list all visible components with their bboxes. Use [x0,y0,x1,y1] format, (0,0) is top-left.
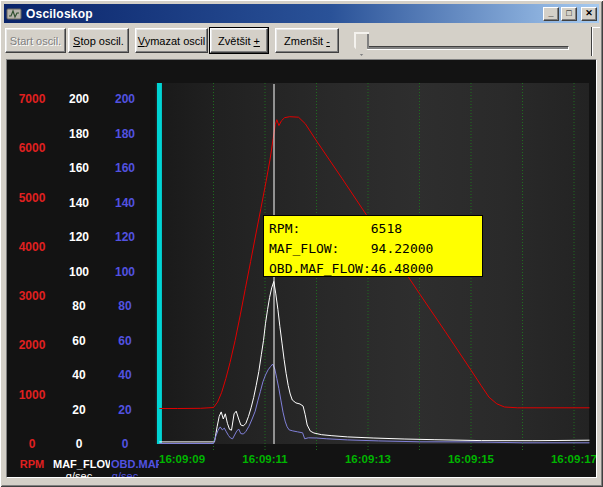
y-tick-OBD.MAF_FLOW: 140 [109,196,141,210]
y-tick-RPM: 0 [17,437,47,451]
minimize-button[interactable]: _ [543,7,559,21]
window-title: Osciloskop [26,7,541,21]
maf-axis-label: MAF_FLOW [53,458,110,470]
y-tick-OBD.MAF_FLOW: 100 [109,265,141,279]
maximize-button[interactable]: □ [561,7,577,21]
tooltip-line-maf: MAF_FLOW: 94.22000 [269,239,482,259]
obd-axis-label: OBD.MAF_FLOW [111,458,159,470]
y-tick-RPM: 1000 [17,388,47,402]
y-tick-OBD.MAF_FLOW: 200 [109,92,141,106]
tooltip-line-obd: OBD.MAF_FLOW:46.48000 [269,259,482,279]
y-tick-RPM: 2000 [17,338,47,352]
y-tick-OBD.MAF_FLOW: 0 [109,437,141,451]
stop-oscil-button[interactable]: Stop oscil. [68,28,129,53]
series-OBD.MAF_FLOW [159,364,589,444]
clipped-button-sliver [591,27,600,56]
y-tick-MAF_FLOW: 40 [63,368,95,382]
tooltip-line-rpm: RPM: 6518 [269,219,482,239]
y-tick-OBD.MAF_FLOW: 20 [109,403,141,417]
close-button[interactable]: ✕ [581,7,597,21]
y-tick-MAF_FLOW: 200 [63,92,95,106]
y-tick-MAF_FLOW: 100 [63,265,95,279]
app-icon [6,6,22,22]
zoom-slider-track[interactable] [362,46,569,50]
y-tick-MAF_FLOW: 0 [63,437,95,451]
y-tick-RPM: 5000 [17,191,47,205]
rpm-axis-label: RPM [17,458,47,470]
y-tick-MAF_FLOW: 60 [63,334,95,348]
x-tick-label: 16:09:17 [544,453,597,466]
y-tick-MAF_FLOW: 120 [63,230,95,244]
y-tick-OBD.MAF_FLOW: 60 [109,334,141,348]
zoom-out-button[interactable]: Zmenšit - [275,28,339,53]
x-tick-label: 16:09:11 [235,453,295,466]
title-bar[interactable]: Osciloskop _ □ ✕ [4,4,599,23]
oscilloscope-window: Osciloskop _ □ ✕ Start oscil. Stop oscil… [0,0,603,487]
oscilloscope-panel: 0100020003000400050006000700002040608010… [6,59,597,478]
y-tick-OBD.MAF_FLOW: 40 [109,368,141,382]
x-tick-label: 16:09:13 [338,453,398,466]
y-tick-OBD.MAF_FLOW: 180 [109,127,141,141]
y-tick-OBD.MAF_FLOW: 160 [109,161,141,175]
obd-axis-unit: g/sec [109,470,141,478]
y-tick-RPM: 7000 [17,92,47,106]
y-tick-RPM: 4000 [17,240,47,254]
x-tick-label: 16:09:15 [441,453,501,466]
y-tick-RPM: 3000 [17,289,47,303]
y-tick-MAF_FLOW: 180 [63,127,95,141]
y-tick-RPM: 6000 [17,141,47,155]
start-oscil-button[interactable]: Start oscil. [5,28,66,53]
y-tick-OBD.MAF_FLOW: 120 [109,230,141,244]
zoom-in-button[interactable]: Zvětšit + [210,28,268,53]
chart-tooltip: RPM: 6518MAF_FLOW: 94.22000OBD.MAF_FLOW:… [263,215,483,277]
zoom-slider-thumb[interactable] [354,32,369,56]
y-tick-MAF_FLOW: 80 [63,299,95,313]
x-tick-label: 16:09:09 [159,453,219,466]
y-tick-OBD.MAF_FLOW: 80 [109,299,141,313]
y-tick-MAF_FLOW: 140 [63,196,95,210]
series-MAF_FLOW [159,282,589,442]
y-tick-MAF_FLOW: 20 [63,403,95,417]
y-tick-MAF_FLOW: 160 [63,161,95,175]
maf-axis-unit: g/sec [63,470,95,478]
clear-oscil-button[interactable]: Vymazat oscil [135,28,208,53]
